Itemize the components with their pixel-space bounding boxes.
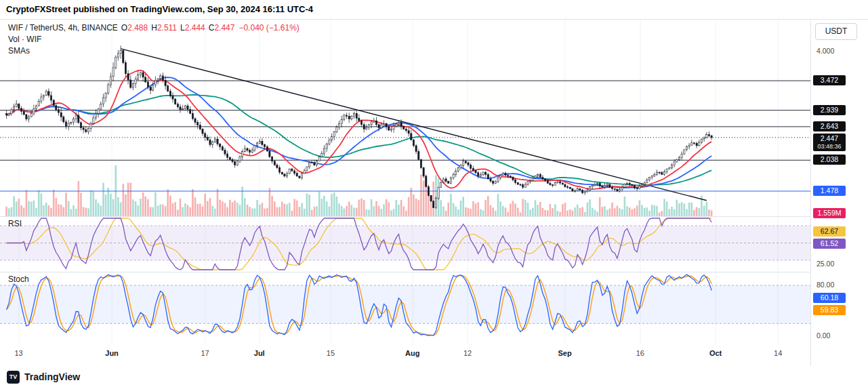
symbol-title[interactable]: WIF / TetherUS, 4h, BINANCE	[8, 23, 118, 33]
price-axis-badge: 2.44703:48:36	[813, 134, 846, 151]
axis-tick-label: 25.00	[817, 260, 834, 268]
price-axis[interactable]: USDT 4.00050.0025.0080.000.003.4722.9392…	[810, 20, 868, 366]
stoch-axis-badge: 59.83	[813, 305, 846, 315]
countdown-timer: 03:48:36	[817, 143, 842, 150]
time-axis-label: Sep	[558, 349, 572, 357]
rsi-axis-badge: 61.52	[813, 239, 846, 249]
price-axis-badge: 3.472	[813, 75, 846, 85]
time-axis-label: 15	[327, 349, 335, 357]
time-axis-label: 13	[14, 349, 22, 357]
high-label: H	[151, 23, 157, 33]
low-label: L	[180, 23, 185, 33]
time-axis-label: Aug	[405, 349, 419, 357]
price-axis-badge: 2.643	[813, 121, 846, 131]
time-axis-label: Oct	[709, 349, 722, 357]
high-value: 2.511	[157, 23, 177, 33]
time-axis[interactable]: 13Jun17Jul15Aug12Sep16Oct14	[0, 344, 810, 366]
open-value: 2.488	[127, 23, 148, 33]
time-axis-label: 16	[636, 349, 644, 357]
price-axis-badge: 2.939	[813, 105, 846, 115]
rsi-pane-label[interactable]: RSI	[8, 219, 22, 228]
rsi-axis-badge: 62.67	[813, 226, 846, 237]
low-value: 2.444	[185, 23, 205, 33]
legend-symbol-row[interactable]: WIF / TetherUS, 4h, BINANCEO2.488H2.511L…	[8, 22, 299, 34]
chart-area[interactable]: WIF / TetherUS, 4h, BINANCEO2.488H2.511L…	[0, 19, 868, 365]
volume-axis-badge: 1.559M	[813, 208, 846, 218]
currency-toggle-button[interactable]: USDT	[815, 23, 857, 40]
pane-separator[interactable]	[0, 272, 868, 272]
tradingview-logo-icon[interactable]: TV	[7, 371, 20, 384]
attribution-bar: CryptoFXStreet published on TradingView.…	[0, 0, 868, 19]
rsi-pane-canvas[interactable]	[0, 216, 810, 272]
price-axis-badge: 1.478	[813, 186, 846, 196]
footer-bar: TV TradingView	[0, 365, 868, 387]
stoch-axis-badge: 60.18	[813, 293, 846, 303]
price-axis-badge: 2.038	[813, 155, 846, 165]
tradingview-published-chart: CryptoFXStreet published on TradingView.…	[0, 0, 868, 387]
chart-legend: WIF / TetherUS, 4h, BINANCEO2.488H2.511L…	[8, 22, 299, 57]
axis-tick-label: 80.00	[817, 281, 834, 289]
open-label: O	[121, 23, 127, 33]
volume-legend-row[interactable]: Vol · WIF	[8, 34, 299, 45]
tradingview-brand-text[interactable]: TradingView	[24, 371, 80, 382]
time-axis-label: 17	[201, 349, 209, 357]
time-axis-label: 12	[463, 349, 472, 357]
time-axis-label: 14	[774, 349, 782, 357]
close-value: 2.447	[214, 23, 234, 33]
axis-tick-label: 4.000	[817, 47, 834, 55]
time-axis-label: Jul	[254, 349, 265, 357]
stoch-pane-canvas[interactable]	[0, 272, 810, 344]
time-axis-label: Jun	[105, 349, 119, 357]
change-value: −0.040 (−1.61%)	[239, 23, 299, 33]
axis-tick-label: 0.00	[817, 331, 830, 340]
smas-legend-row[interactable]: SMAs	[8, 45, 299, 57]
pane-separator[interactable]	[0, 216, 868, 217]
stoch-pane-label[interactable]: Stoch	[8, 274, 29, 284]
